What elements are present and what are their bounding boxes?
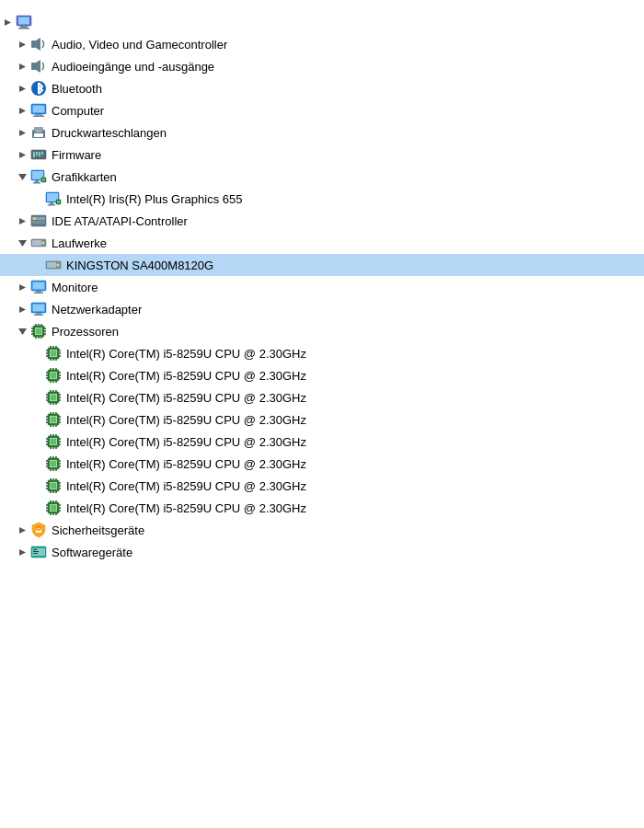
svg-marker-11	[19, 86, 26, 92]
expand-toggle[interactable]	[15, 55, 29, 77]
svg-point-50	[42, 242, 45, 245]
tree-item-label: Intel(R) Core(TM) i5-8259U CPU @ 2.30GHz	[66, 435, 644, 449]
svg-rect-61	[33, 305, 45, 312]
expand-toggle[interactable]	[15, 298, 29, 320]
expand-toggle[interactable]	[15, 77, 29, 99]
tree-item-intel-graphics[interactable]: Intel(R) Iris(R) Plus Graphics 655	[0, 188, 644, 210]
processor-child-icon	[44, 344, 63, 362]
svg-rect-172	[51, 483, 56, 489]
svg-rect-207	[33, 551, 39, 552]
tree-item-cpu6[interactable]: Intel(R) Core(TM) i5-8259U CPU @ 2.30GHz	[0, 453, 644, 475]
svg-rect-9	[31, 63, 36, 70]
svg-rect-33	[33, 182, 40, 184]
expand-toggle[interactable]	[15, 276, 29, 298]
tree-item-label: Computer	[52, 104, 644, 118]
svg-rect-206	[33, 549, 37, 550]
tree-item-label: Grafikkarten	[52, 170, 644, 184]
svg-rect-25	[33, 152, 35, 157]
expand-toggle[interactable]	[15, 541, 29, 563]
tree-items: Audio, Video und Gamecontroller Audioein…	[0, 33, 644, 563]
tree-item-prozessoren[interactable]: Prozessoren	[0, 320, 644, 342]
processor-child-icon	[44, 388, 63, 407]
collapse-toggle[interactable]	[15, 320, 29, 342]
svg-rect-6	[31, 40, 36, 48]
tree-item-bluetooth[interactable]: Bluetooth	[0, 77, 644, 99]
tree-item-label: Intel(R) Core(TM) i5-8259U CPU @ 2.30GHz	[66, 391, 644, 405]
expand-toggle[interactable]	[15, 33, 29, 55]
svg-rect-4	[18, 28, 29, 29]
tree-item-label: Sicherheitsgeräte	[52, 523, 644, 537]
tree-item-label: Audio, Video und Gamecontroller	[52, 38, 644, 52]
tree-item-firmware[interactable]: Firmware	[0, 144, 644, 166]
svg-rect-49	[32, 240, 41, 246]
svg-rect-187	[51, 505, 56, 511]
expand-toggle[interactable]	[15, 99, 29, 121]
tree-item-cpu3[interactable]: Intel(R) Core(TM) i5-8259U CPU @ 2.30GHz	[0, 386, 644, 408]
tree-item-netzwerkadapter[interactable]: Netzwerkadapter	[0, 298, 644, 320]
svg-rect-26	[36, 152, 38, 155]
tree-item-cpu1[interactable]: Intel(R) Core(TM) i5-8259U CPU @ 2.30GHz	[0, 342, 644, 364]
tree-item-druckwarteschlangen[interactable]: Druckwarteschlangen	[0, 121, 644, 144]
tree-item-softwaregeraete[interactable]: Softwaregeräte	[0, 541, 644, 563]
tree-item-kingston[interactable]: KINGSTON SA400M8120G	[0, 254, 644, 276]
svg-marker-47	[18, 240, 27, 247]
tree-item-audio-eingaenge[interactable]: Audioeingänge und -ausgänge	[0, 55, 644, 77]
svg-marker-5	[19, 41, 26, 48]
svg-marker-23	[19, 152, 26, 158]
processor-icon	[29, 322, 48, 340]
tree-item-grafikkarten[interactable]: Grafikkarten	[0, 166, 644, 188]
processor-child-icon	[44, 432, 63, 451]
tree-item-laufwerke[interactable]: Laufwerke	[0, 232, 644, 254]
tree-item-cpu2[interactable]: Intel(R) Core(TM) i5-8259U CPU @ 2.30GHz	[0, 364, 644, 386]
svg-rect-52	[47, 262, 56, 268]
svg-marker-13	[19, 108, 26, 114]
tree-item-cpu4[interactable]: Intel(R) Core(TM) i5-8259U CPU @ 2.30GHz	[0, 408, 644, 431]
drive-icon	[29, 234, 48, 252]
svg-marker-200	[19, 527, 26, 534]
tree-item-cpu5[interactable]: Intel(R) Core(TM) i5-8259U CPU @ 2.30GHz	[0, 431, 644, 453]
svg-rect-67	[36, 328, 41, 334]
svg-rect-82	[51, 351, 56, 356]
svg-rect-41	[57, 201, 60, 203]
expand-toggle[interactable]	[15, 210, 29, 232]
svg-marker-64	[18, 328, 27, 335]
tree-item-cpu7[interactable]: Intel(R) Core(TM) i5-8259U CPU @ 2.30GHz	[0, 475, 644, 497]
tree-item-label: IDE ATA/ATAPI-Controller	[52, 214, 644, 228]
svg-rect-63	[34, 315, 43, 316]
computer-icon	[15, 13, 33, 31]
collapse-toggle[interactable]	[15, 166, 29, 188]
tree-item-monitore[interactable]: Monitore	[0, 276, 644, 298]
tree-root[interactable]	[0, 11, 644, 33]
device-manager-tree: Audio, Video und Gamecontroller Audioein…	[0, 7, 644, 567]
svg-marker-0	[5, 19, 11, 26]
expand-toggle[interactable]	[15, 144, 29, 166]
svg-rect-28	[41, 152, 43, 155]
tree-item-label: Audioeingänge und -ausgänge	[52, 60, 644, 74]
tree-item-ide-atapi[interactable]: IDE ATA/ATAPI-Controller	[0, 210, 644, 232]
svg-marker-10	[36, 60, 40, 73]
tree-item-computer[interactable]: Computer	[0, 99, 644, 121]
security-icon	[29, 521, 48, 539]
svg-rect-38	[50, 202, 53, 204]
svg-rect-35	[42, 178, 45, 181]
svg-rect-3	[20, 26, 28, 28]
svg-rect-15	[33, 106, 45, 113]
root-toggle[interactable]	[0, 11, 15, 33]
expand-toggle[interactable]	[15, 121, 29, 144]
expand-toggle[interactable]	[15, 519, 29, 541]
collapse-toggle[interactable]	[15, 232, 29, 254]
svg-rect-27	[39, 152, 40, 156]
svg-rect-157	[51, 461, 56, 466]
tree-item-label: Firmware	[52, 148, 644, 162]
display-child-icon	[44, 190, 63, 208]
svg-rect-2	[18, 17, 29, 25]
svg-marker-54	[19, 284, 26, 291]
bluetooth-icon	[29, 79, 48, 98]
tree-item-label: Intel(R) Core(TM) i5-8259U CPU @ 2.30GHz	[66, 457, 644, 471]
tree-item-label: Intel(R) Core(TM) i5-8259U CPU @ 2.30GHz	[66, 479, 644, 493]
display-icon	[29, 167, 48, 186]
tree-item-cpu8[interactable]: Intel(R) Core(TM) i5-8259U CPU @ 2.30GHz	[0, 497, 644, 519]
svg-rect-127	[51, 417, 56, 422]
tree-item-sicherheitsgeraete[interactable]: Sicherheitsgeräte	[0, 519, 644, 541]
tree-item-audio-video[interactable]: Audio, Video und Gamecontroller	[0, 33, 644, 55]
